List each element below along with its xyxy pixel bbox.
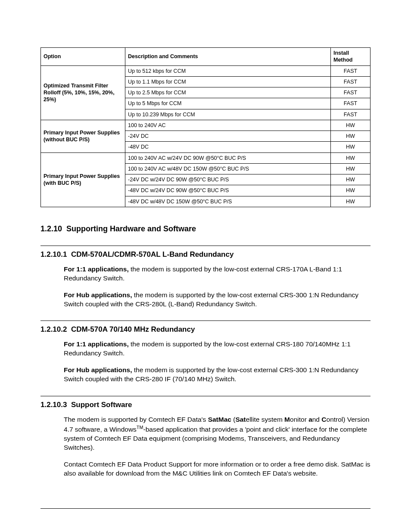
install-cell: HW xyxy=(331,152,371,163)
th-desc: Description and Comments xyxy=(125,48,331,66)
bold-run: a xyxy=(308,416,312,423)
bold-run: C xyxy=(321,416,326,423)
heading-num: 1.2.10.1 xyxy=(40,250,67,258)
desc-cell: 100 to 240V AC xyxy=(125,120,331,131)
heading-1-2-10-2: 1.2.10.2 CDM-570A 70/140 MHz Redundancy xyxy=(40,320,371,334)
heading-num: 1.2.10.2 xyxy=(40,325,67,333)
lead-text: For 1:1 applications, xyxy=(64,265,129,273)
install-cell: HW xyxy=(331,163,371,174)
desc-cell: Up to 10.239 Mbps for CCM xyxy=(125,109,331,120)
heading-1-2-10: 1.2.10 Supporting Hardware and Software xyxy=(40,224,371,233)
paragraph: For 1:1 applications, the modem is suppo… xyxy=(64,265,371,283)
section-1-2-10-1: 1.2.10.1 CDM-570AL/CDMR-570AL L-Band Red… xyxy=(40,246,371,309)
desc-cell: Up to 1.1 Mbps for CCM xyxy=(125,76,331,87)
th-option: Option xyxy=(41,48,125,66)
body-run: ( xyxy=(231,416,235,423)
install-cell: FAST xyxy=(331,87,371,98)
heading-num: 1.2.10 xyxy=(40,224,62,233)
option-cell: Primary Input Power Supplies (without BU… xyxy=(41,120,125,152)
body-run: nd xyxy=(312,416,322,423)
table-row: Primary Input Power Supplies (with BUC P… xyxy=(41,152,371,163)
section-1-2-10-3: 1.2.10.3 Support Software The modem is s… xyxy=(40,396,371,478)
page: Option Description and Comments Install … xyxy=(0,0,411,532)
desc-cell: -24V DC w/24V DC 90W @50°C BUC P/S xyxy=(125,174,331,185)
option-cell: Primary Input Power Supplies (with BUC P… xyxy=(41,152,125,207)
install-cell: FAST xyxy=(331,65,371,76)
desc-cell: -24V DC xyxy=(125,131,331,142)
body-run: ellite system xyxy=(246,416,285,423)
install-cell: HW xyxy=(331,142,371,152)
section-1-2-10-2: 1.2.10.2 CDM-570A 70/140 MHz Redundancy … xyxy=(40,320,371,384)
table-header-row: Option Description and Comments Install … xyxy=(41,48,371,66)
footer-rule xyxy=(40,508,371,509)
install-cell: HW xyxy=(331,196,371,207)
body-run: Contact Comtech EF Data Product Support … xyxy=(64,460,371,477)
paragraph: For 1:1 applications, the modem is suppo… xyxy=(64,340,371,358)
body-run: The modem is supported by Comtech EF Dat… xyxy=(64,416,208,423)
install-cell: HW xyxy=(331,174,371,185)
desc-cell: -48V DC w/24V DC 90W @50°C BUC P/S xyxy=(125,185,331,196)
desc-cell: Up to 2.5 Mbps for CCM xyxy=(125,87,331,98)
lead-text: For Hub applications, xyxy=(64,291,132,299)
trademark-sup: TM xyxy=(137,425,143,430)
options-table: Option Description and Comments Install … xyxy=(40,47,371,207)
bold-run: M xyxy=(284,416,290,423)
th-install: Install Method xyxy=(331,48,371,66)
install-cell: FAST xyxy=(331,76,371,87)
paragraph: For Hub applications, the modem is suppo… xyxy=(64,366,371,384)
heading-num: 1.2.10.3 xyxy=(40,401,67,409)
heading-title: Support Software xyxy=(71,401,132,409)
desc-cell: 100 to 240V AC w/24V DC 90W @50°C BUC P/… xyxy=(125,152,331,163)
paragraph: For Hub applications, the modem is suppo… xyxy=(64,291,371,309)
table-row: Primary Input Power Supplies (without BU… xyxy=(41,120,371,131)
paragraph: The modem is supported by Comtech EF Dat… xyxy=(64,415,371,452)
install-cell: HW xyxy=(331,120,371,131)
heading-title: Supporting Hardware and Software xyxy=(66,224,196,233)
heading-1-2-10-1: 1.2.10.1 CDM-570AL/CDMR-570AL L-Band Red… xyxy=(40,246,371,259)
heading-title: CDM-570A 70/140 MHz Redundancy xyxy=(71,325,195,333)
desc-cell: Up to 5 Mbps for CCM xyxy=(125,98,331,109)
desc-cell: Up to 512 kbps for CCM xyxy=(125,65,331,76)
bold-run: SatMac xyxy=(208,416,231,423)
bold-run: Sat xyxy=(235,416,246,423)
install-cell: FAST xyxy=(331,98,371,109)
lead-text: For 1:1 applications, xyxy=(64,340,129,348)
install-cell: HW xyxy=(331,131,371,142)
heading-title: CDM-570AL/CDMR-570AL L-Band Redundancy xyxy=(71,250,234,258)
desc-cell: -48V DC xyxy=(125,142,331,152)
heading-1-2-10-3: 1.2.10.3 Support Software xyxy=(40,396,371,409)
desc-cell: -48V DC w/48V DC 150W @50°C BUC P/S xyxy=(125,196,331,207)
lead-text: For Hub applications, xyxy=(64,366,132,373)
option-cell: Optimized Transmit Filter Rolloff (5%, 1… xyxy=(41,65,125,120)
table-row: Optimized Transmit Filter Rolloff (5%, 1… xyxy=(41,65,371,76)
install-cell: FAST xyxy=(331,109,371,120)
desc-cell: 100 to 240V AC w/48V DC 150W @50°C BUC P… xyxy=(125,163,331,174)
paragraph: Contact Comtech EF Data Product Support … xyxy=(64,460,371,478)
install-cell: HW xyxy=(331,185,371,196)
body-run: onitor xyxy=(290,416,308,423)
